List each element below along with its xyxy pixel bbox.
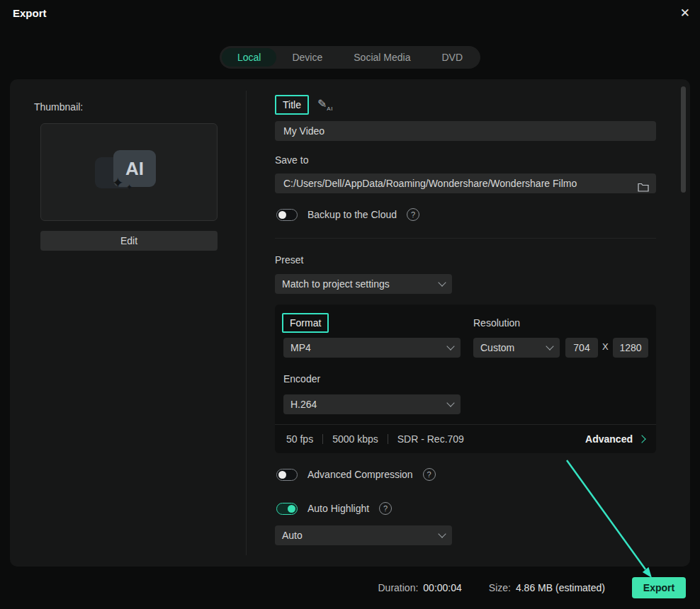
section-divider: [275, 238, 656, 239]
auto-highlight-toggle[interactable]: [276, 503, 298, 515]
tab-social-media[interactable]: Social Media: [338, 48, 426, 67]
divider: [388, 434, 388, 444]
preset-dropdown[interactable]: Match to project settings: [275, 274, 452, 294]
title-row: Title ✎AI: [275, 95, 333, 115]
encoder-value: H.264: [290, 399, 317, 410]
title-input[interactable]: My Video: [275, 121, 656, 141]
tab-device[interactable]: Device: [276, 48, 338, 67]
help-icon[interactable]: ?: [423, 468, 436, 481]
annotation-box-format: Format: [282, 313, 329, 333]
auto-highlight-dropdown[interactable]: Auto: [275, 525, 452, 545]
chevron-right-icon: [638, 435, 645, 443]
duration-info: Duration: 00:00:04: [378, 582, 462, 593]
format-value: MP4: [290, 342, 311, 353]
close-icon[interactable]: ✕: [680, 6, 690, 21]
resolution-label: Resolution: [473, 317, 520, 329]
column-divider: [246, 91, 247, 555]
save-to-label: Save to: [275, 154, 308, 166]
duration-label: Duration:: [378, 582, 419, 593]
ai-rename-icon[interactable]: ✎AI: [317, 97, 333, 112]
export-target-tabs: Local Device Social Media DVD: [220, 46, 480, 69]
advanced-compression-label: Advanced Compression: [307, 469, 413, 480]
preset-value: Match to project settings: [282, 278, 390, 290]
size-label: Size:: [489, 582, 511, 593]
duration-value: 00:00:04: [423, 582, 462, 593]
advanced-compression-row: Advanced Compression ?: [276, 468, 436, 481]
export-button[interactable]: Export: [632, 577, 686, 598]
format-section: Format MP4 Resolution Custom 704 X 1280 …: [275, 304, 656, 453]
thumbnail-preview[interactable]: AI ✦ ✦: [40, 123, 218, 221]
stream-info-row: 50 fps 5000 kbps SDR - Rec.709 Advanced: [275, 425, 656, 453]
toggle-knob: [278, 211, 286, 219]
auto-highlight-label: Auto Highlight: [307, 503, 369, 514]
dialog-title: Export: [13, 7, 47, 19]
divider: [322, 434, 323, 444]
preset-label: Preset: [275, 254, 303, 266]
encoder-dropdown[interactable]: H.264: [283, 394, 461, 414]
width-input[interactable]: 704: [565, 338, 598, 358]
export-dialog: Export ✕ Local Device Social Media DVD T…: [0, 0, 700, 609]
export-settings-panel: Thumbnail: AI ✦ ✦ Edit Title ✎AI My Vide…: [10, 79, 690, 567]
advanced-settings-link[interactable]: Advanced: [585, 433, 645, 445]
toggle-knob: [288, 505, 295, 513]
save-path-input[interactable]: C:/Users/Dell/AppData/Roaming/Wondershar…: [275, 173, 656, 193]
tab-dvd[interactable]: DVD: [426, 48, 478, 67]
fps-value: 50 fps: [286, 433, 313, 445]
toggle-knob: [278, 471, 286, 479]
help-icon[interactable]: ?: [407, 208, 419, 221]
folder-icon[interactable]: [638, 178, 649, 193]
size-info: Size: 4.86 MB (estimated): [489, 582, 605, 593]
height-input[interactable]: 1280: [613, 338, 648, 358]
size-value: 4.86 MB (estimated): [516, 582, 605, 593]
auto-highlight-value: Auto: [282, 530, 303, 541]
advanced-label: Advanced: [585, 433, 633, 445]
encoder-label: Encoder: [283, 373, 320, 385]
format-dropdown[interactable]: MP4: [283, 338, 461, 358]
backup-cloud-toggle[interactable]: [276, 209, 298, 221]
footer-bar: Duration: 00:00:04 Size: 4.86 MB (estima…: [0, 567, 700, 609]
advanced-compression-toggle[interactable]: [276, 469, 298, 481]
resolution-value: Custom: [480, 342, 514, 353]
backup-cloud-label: Backup to the Cloud: [307, 209, 397, 220]
chevron-down-icon: [546, 342, 553, 350]
sparkle-icon: ✦: [112, 174, 124, 191]
chevron-down-icon: [446, 342, 454, 350]
backup-row: Backup to the Cloud ?: [276, 208, 419, 221]
chevron-down-icon: [446, 399, 454, 406]
resolution-dropdown[interactable]: Custom: [473, 338, 560, 358]
bitrate-value: 5000 kbps: [332, 433, 378, 445]
save-path-value: C:/Users/Dell/AppData/Roaming/Wondershar…: [283, 178, 577, 189]
colorspace-value: SDR - Rec.709: [397, 433, 464, 445]
dimension-separator: X: [602, 341, 609, 352]
help-icon[interactable]: ?: [379, 502, 392, 515]
chevron-down-icon: [438, 530, 446, 537]
tab-local[interactable]: Local: [222, 48, 276, 67]
ai-logo: AI ✦ ✦: [95, 149, 163, 195]
edit-thumbnail-button[interactable]: Edit: [40, 231, 218, 251]
scrollbar-thumb[interactable]: [681, 86, 686, 193]
sparkle-icon: ✦: [126, 183, 132, 192]
annotation-box-title: Title: [275, 95, 309, 115]
auto-highlight-row: Auto Highlight ?: [276, 502, 392, 515]
thumbnail-label: Thumbnail:: [34, 101, 83, 113]
chevron-down-icon: [438, 278, 446, 286]
